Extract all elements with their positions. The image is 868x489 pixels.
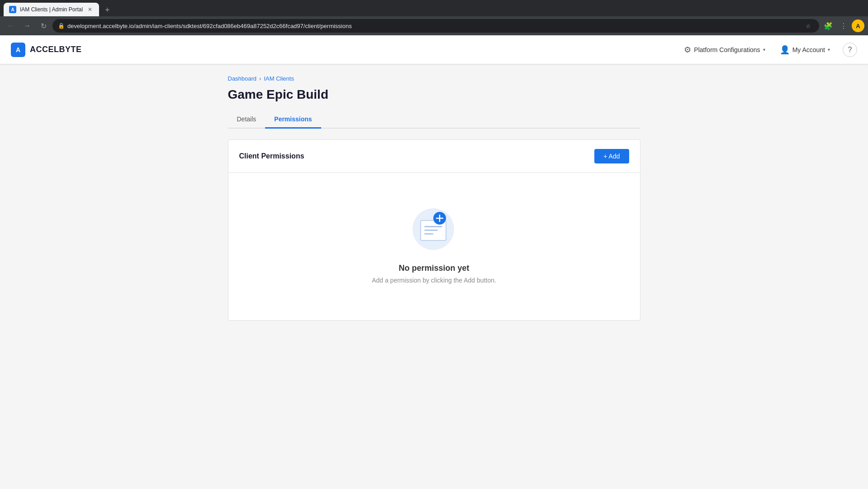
tab-close-button[interactable]: ✕ — [86, 6, 94, 13]
breadcrumb-dashboard[interactable]: Dashboard — [228, 75, 257, 82]
logo-icon: A — [11, 43, 25, 57]
my-account-menu[interactable]: 👤 My Account ▾ — [778, 41, 832, 58]
page-title: Game Epic Build — [228, 87, 640, 102]
address-bar[interactable]: 🔒 development.accelbyte.io/admin/iam-cli… — [52, 19, 819, 33]
logo-area: A ACCELBYTE — [11, 43, 682, 57]
forward-button[interactable]: → — [20, 19, 34, 33]
card-header: Client Permissions + Add — [228, 140, 640, 173]
my-account-label: My Account — [792, 46, 825, 53]
breadcrumb: Dashboard › IAM Clients — [228, 75, 640, 82]
add-permission-button[interactable]: + Add — [594, 149, 629, 163]
help-button[interactable]: ? — [843, 43, 857, 57]
address-bar-row: ← → ↻ 🔒 development.accelbyte.io/admin/i… — [0, 16, 868, 35]
new-tab-button[interactable]: + — [101, 4, 114, 16]
page-content: Dashboard › IAM Clients Game Epic Build … — [217, 64, 651, 331]
empty-state-title: No permission yet — [398, 264, 469, 273]
back-button[interactable]: ← — [4, 19, 18, 33]
browser-right-buttons: 🧩 ⋮ A — [821, 19, 864, 33]
tab-details[interactable]: Details — [228, 111, 266, 129]
empty-illustration — [407, 200, 461, 254]
tab-title: IAM Clients | Admin Portal — [20, 6, 83, 13]
card-title: Client Permissions — [239, 152, 304, 160]
bookmark-icon[interactable]: ☆ — [803, 20, 814, 31]
reload-button[interactable]: ↻ — [36, 19, 51, 33]
browser-menu-icon[interactable]: ⋮ — [836, 19, 851, 33]
top-nav: A ACCELBYTE ⚙ Platform Configurations ▾ … — [0, 35, 868, 64]
tab-permissions[interactable]: Permissions — [265, 111, 321, 129]
svg-rect-2 — [424, 226, 442, 227]
tab-favicon: A — [9, 6, 16, 13]
logo-text: ACCELBYTE — [30, 45, 82, 54]
app-container: A ACCELBYTE ⚙ Platform Configurations ▾ … — [0, 35, 868, 472]
extensions-icon[interactable]: 🧩 — [821, 19, 835, 33]
browser-profile-avatar[interactable]: A — [852, 19, 864, 32]
platform-configurations-label: Platform Configurations — [694, 46, 760, 53]
nav-right: ⚙ Platform Configurations ▾ 👤 My Account… — [682, 41, 857, 58]
platform-configurations-chevron: ▾ — [763, 47, 765, 52]
empty-state: No permission yet Add a permission by cl… — [228, 173, 640, 320]
tabs-container: Details Permissions — [228, 111, 640, 129]
breadcrumb-separator: › — [259, 75, 261, 82]
breadcrumb-iam-clients[interactable]: IAM Clients — [264, 75, 294, 82]
svg-rect-3 — [424, 230, 438, 231]
lock-icon: 🔒 — [58, 23, 65, 29]
user-icon: 👤 — [780, 45, 790, 55]
address-text: development.accelbyte.io/admin/iam-clien… — [67, 23, 800, 29]
svg-rect-4 — [424, 233, 433, 235]
active-tab[interactable]: A IAM Clients | Admin Portal ✕ — [4, 3, 99, 16]
platform-configurations-menu[interactable]: ⚙ Platform Configurations ▾ — [682, 41, 767, 58]
my-account-chevron: ▾ — [828, 47, 830, 52]
browser-tab-bar: A IAM Clients | Admin Portal ✕ + — [0, 0, 868, 16]
client-permissions-card: Client Permissions + Add — [228, 139, 640, 321]
gear-icon: ⚙ — [684, 45, 691, 55]
empty-state-subtitle: Add a permission by clicking the Add but… — [372, 277, 496, 284]
